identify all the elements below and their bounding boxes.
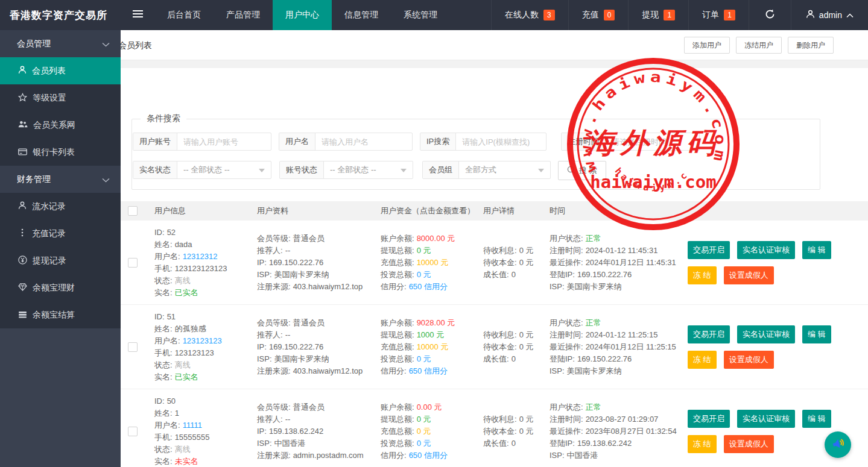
delete-user-button[interactable]: 删除用户 <box>788 37 834 54</box>
balance-amount[interactable]: 0.00 元 <box>417 403 442 412</box>
stat-online-users[interactable]: 在线人数 3 <box>491 0 568 30</box>
login-isp: 美国南卡罗来纳 <box>567 282 622 291</box>
users-icon <box>18 120 28 130</box>
register-time: 2024-01-12 11:45:31 <box>586 246 658 255</box>
search-button[interactable]: 搜 索 <box>558 161 606 180</box>
user-menu[interactable]: admin <box>791 0 868 30</box>
add-user-button[interactable]: 添加用户 <box>684 37 730 54</box>
sidebar-item-withdraw-records[interactable]: 提现记录 <box>0 247 121 274</box>
sidebar-item-member-network[interactable]: 会员关系网 <box>0 111 121 139</box>
sidebar-item-flow-records[interactable]: 流水记录 <box>0 193 121 220</box>
register-source: 403.haiwaiym12.top <box>293 366 363 375</box>
nav-item-system[interactable]: 系统管理 <box>391 0 450 30</box>
select-arrow-icon <box>538 169 544 172</box>
recharge-total[interactable]: 10000 元 <box>417 258 449 267</box>
set-fake-user-button[interactable]: 设置成假人 <box>724 351 774 369</box>
stat-recharge[interactable]: 充值 0 <box>568 0 629 30</box>
withdraw-total[interactable]: 0 元 <box>417 415 431 424</box>
search-fieldset: 条件搜索 <box>131 119 820 190</box>
freeze-user-button[interactable]: 冻结用户 <box>736 37 782 54</box>
withdraw-total[interactable]: 1000 元 <box>417 330 445 339</box>
growth-value: 0 <box>512 439 516 448</box>
set-fake-user-button[interactable]: 设置成假人 <box>724 435 774 453</box>
menu-toggle-button[interactable] <box>121 0 154 30</box>
balance-amount[interactable]: 9028.00 元 <box>417 318 455 327</box>
credit-score: 650 信用分 <box>409 451 448 460</box>
user-icon <box>806 10 815 20</box>
sidebar-item-recharge-records[interactable]: 充值记录 <box>0 220 121 247</box>
username-link[interactable]: 11111 <box>183 421 202 430</box>
sidebar-group-member-management[interactable]: 会员管理 <box>0 30 121 57</box>
search-icon <box>567 166 575 176</box>
freeze-button[interactable]: 冻 结 <box>688 351 717 369</box>
referrer: -- <box>285 415 291 424</box>
register-time-input[interactable] <box>606 133 699 150</box>
freeze-button[interactable]: 冻 结 <box>688 266 717 284</box>
sidebar-item-yuebao-finance[interactable]: 余额宝理财 <box>0 274 121 301</box>
username-link[interactable]: 123123123 <box>183 336 222 345</box>
list-icon <box>18 228 27 239</box>
realname-audit-button[interactable]: 实名认证审核 <box>737 241 795 259</box>
row-checkbox[interactable] <box>128 342 138 352</box>
row-checkbox[interactable] <box>128 427 138 436</box>
username-input[interactable] <box>315 133 412 150</box>
withdraw-total[interactable]: 0 元 <box>417 246 431 255</box>
invest-total[interactable]: 0 元 <box>417 439 431 448</box>
select-all-checkbox[interactable] <box>128 206 138 216</box>
invest-total[interactable]: 0 元 <box>417 270 431 279</box>
sidebar-item-bank-cards[interactable]: 银行卡列表 <box>0 139 121 166</box>
username-link[interactable]: 12312312 <box>183 252 218 261</box>
freeze-button[interactable]: 冻 结 <box>688 435 717 453</box>
header-user-profile: 用户资料 <box>247 205 371 216</box>
referrer: -- <box>285 330 291 339</box>
recharge-total[interactable]: 0 元 <box>417 427 431 436</box>
edit-button[interactable]: 编 辑 <box>802 410 831 428</box>
invest-total[interactable]: 0 元 <box>417 354 431 363</box>
chevron-down-icon <box>102 175 110 184</box>
register-isp: 中国香港 <box>274 439 306 448</box>
nav-item-dashboard[interactable]: 后台首页 <box>154 0 214 30</box>
login-ip: 169.150.222.76 <box>577 354 632 363</box>
ip-search-input[interactable] <box>456 133 546 150</box>
user-name: dada <box>175 240 192 249</box>
trade-toggle-button[interactable]: 交易开启 <box>688 325 730 343</box>
recharge-total[interactable]: 10000 元 <box>417 342 449 351</box>
nav-item-information[interactable]: 信息管理 <box>332 0 391 30</box>
row-checkbox[interactable] <box>128 258 138 268</box>
balance-amount[interactable]: 8000.00 元 <box>417 234 455 243</box>
member-group-select[interactable]: 会员组 全部方式 <box>422 161 551 179</box>
realname-status-select[interactable]: 实名状态 -- 全部状态 -- <box>133 161 271 179</box>
header-user-detail: 用户详情 <box>474 205 540 216</box>
set-fake-user-button[interactable]: 设置成假人 <box>724 266 774 284</box>
sidebar-item-level-settings[interactable]: 等级设置 <box>0 84 121 111</box>
user-phone: 123123123 <box>175 348 214 357</box>
edit-button[interactable]: 编 辑 <box>802 241 831 259</box>
user-status: 正常 <box>586 403 601 412</box>
time-cell: 用户状态:正常 注册时间:2024-01-12 11:45:31 最近操作:20… <box>540 233 682 293</box>
realname-audit-button[interactable]: 实名认证审核 <box>737 410 795 428</box>
trade-toggle-button[interactable]: 交易开启 <box>688 410 730 428</box>
nav-item-products[interactable]: 产品管理 <box>214 0 273 30</box>
top-navbar: 香港数字资产交易所 后台首页 产品管理 用户中心 信息管理 系统管理 在线人数 … <box>0 0 868 30</box>
floating-announcement-button[interactable] <box>825 431 851 458</box>
last-operation-time: 2024年01月12日 11:45:31 <box>586 258 676 267</box>
sidebar-group-finance-management[interactable]: 财务管理 <box>0 166 121 193</box>
stat-orders[interactable]: 订单 1 <box>688 0 749 30</box>
login-isp: 美国南卡罗来纳 <box>567 366 622 375</box>
refresh-button[interactable] <box>749 0 791 30</box>
edit-button[interactable]: 编 辑 <box>802 325 831 343</box>
account-input[interactable] <box>177 133 271 150</box>
pending-interest: 0 元 <box>519 415 534 424</box>
realname-audit-button[interactable]: 实名认证审核 <box>737 325 795 343</box>
select-arrow-icon <box>259 169 265 172</box>
nav-item-user-center[interactable]: 用户中心 <box>273 0 332 30</box>
member-level: 普通会员 <box>293 318 325 327</box>
user-phone: 123123123123 <box>175 264 227 273</box>
trade-toggle-button[interactable]: 交易开启 <box>688 241 730 259</box>
sidebar-item-yuebao-settlement[interactable]: 余额宝结算 <box>0 301 121 328</box>
navbar-right: 在线人数 3 充值 0 提现 1 订单 1 <box>491 0 868 30</box>
stat-withdraw[interactable]: 提现 1 <box>628 0 688 30</box>
account-status-select[interactable]: 账号状态 -- 全部状态 -- <box>279 161 413 179</box>
sidebar-item-member-list[interactable]: 会员列表 <box>0 57 121 84</box>
realname-status: 未实名 <box>175 457 198 466</box>
